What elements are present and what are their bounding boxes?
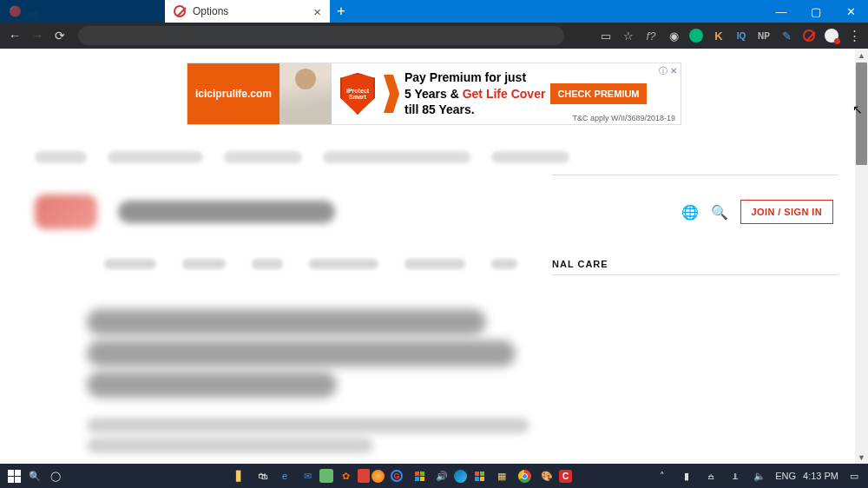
blurred-top-links (0, 151, 868, 163)
taskbar-app-explorer[interactable]: ▋ (229, 467, 250, 485)
ext-k-icon[interactable]: K (710, 27, 727, 44)
search-icon[interactable]: 🔍 (711, 204, 728, 221)
browser-tab-active[interactable]: Options × (165, 0, 330, 23)
site-logo-blurred (35, 195, 97, 229)
new-tab-button[interactable]: + (330, 0, 352, 23)
forward-button[interactable]: → (28, 26, 47, 45)
taskbar-app-orange1[interactable]: ✿ (335, 467, 356, 485)
system-tray: ˄ ▮ 🜁 ⫫ 🔈 ENG 4:13 PM ▭ (654, 467, 863, 485)
battery-icon[interactable]: ▮ (678, 467, 695, 485)
windows-taskbar: 🔍 ◯ ▋ 🛍 e ✉ ✿ G 🔊 ▦ 🎨 C ˄ ▮ 🜁 ⫫ 🔈 ENG 4:… (0, 464, 868, 488)
ext-pen-icon[interactable]: ✎ (778, 27, 795, 44)
divider-line (552, 274, 838, 275)
ext-fq-icon[interactable]: f? (642, 27, 660, 44)
taskbar-app-edge[interactable]: e (274, 467, 295, 485)
maximize-button[interactable]: ▢ (799, 0, 833, 23)
ad-person-image (279, 63, 332, 124)
window-controls: — ▢ ✕ (764, 0, 868, 23)
ext-block-icon[interactable] (800, 27, 818, 44)
clock[interactable]: 4:13 PM (803, 471, 838, 481)
tab-favicon-block-icon (174, 5, 186, 17)
wifi-icon[interactable]: ⫫ (727, 467, 744, 485)
reader-icon[interactable]: ▭ (597, 27, 615, 44)
page-content: ▲ ▼ ↖ ⓘ ✕ iciciprulife.com iProtectSmart… (0, 49, 868, 464)
taskbar-app-edge2[interactable] (454, 470, 467, 483)
taskbar-app-chrome[interactable] (514, 467, 535, 485)
taskbar-search-icon[interactable]: 🔍 (26, 467, 43, 485)
volume-tray-icon[interactable]: 🔈 (751, 467, 768, 485)
title-bar: 🔴 … Options × + — ▢ ✕ (0, 0, 868, 23)
tab-title: Options (193, 5, 228, 17)
header-actions: 🌐 🔍 JOIN / SIGN IN (681, 200, 833, 224)
ext-iq-icon[interactable]: IQ (733, 27, 750, 44)
taskbar-app-ms-grid2[interactable] (469, 467, 490, 485)
ad-tc-text: T&C apply W/II/3689/2018-19 (572, 114, 675, 122)
scrollbar-up-arrow[interactable]: ▲ (855, 49, 868, 62)
tab-title: … (29, 5, 39, 17)
taskbar-app-gchrome-alt[interactable]: G (386, 467, 407, 485)
ad-shield-badge: iProtectSmart (332, 73, 384, 115)
taskbar-app-firefox[interactable] (372, 470, 385, 483)
address-bar[interactable] (78, 26, 564, 45)
blurred-article (0, 309, 868, 453)
ad-info-close-icon[interactable]: ⓘ ✕ (659, 65, 677, 77)
taskbar-app-mail[interactable]: ✉ (297, 467, 318, 485)
tray-overflow-icon[interactable]: ˄ (654, 467, 671, 485)
ad-copy-text: Pay Premium for just 5 Years & Get Life … (399, 69, 550, 119)
tab-close-button[interactable]: × (313, 4, 321, 19)
extensions-area: ▭ ☆ f? ◉ K IQ NP ✎ ⋮ (597, 27, 863, 44)
ad-arrow-icon (384, 63, 399, 124)
nav-personal-care-partial[interactable]: NAL CARE (552, 259, 608, 269)
mouse-cursor-icon: ↖ (852, 102, 863, 116)
language-indicator[interactable]: ENG (775, 471, 796, 481)
taskbar-app-paint[interactable]: 🎨 (536, 467, 557, 485)
site-header: 🌐 🔍 JOIN / SIGN IN (0, 195, 868, 229)
tab-bar: 🔴 … Options × + (0, 0, 764, 23)
reload-button[interactable]: ⟳ (50, 26, 69, 45)
taskbar-app-store[interactable]: 🛍 (252, 467, 273, 485)
divider-line (552, 175, 838, 175)
blurred-category-nav: NAL CARE (0, 259, 868, 269)
bookmark-star-icon[interactable]: ☆ (620, 27, 637, 44)
ext-camera-icon[interactable]: ◉ (665, 27, 682, 44)
ad-brand-block: iciciprulife.com (187, 63, 279, 124)
ad-cta-button[interactable]: CHECK PREMIUM (550, 83, 646, 104)
taskbar-apps: ▋ 🛍 e ✉ ✿ G 🔊 ▦ 🎨 C (229, 467, 572, 485)
back-button[interactable]: ← (5, 26, 24, 45)
taskbar-app-notes[interactable]: ▦ (491, 467, 512, 485)
ad-banner[interactable]: ⓘ ✕ iciciprulife.com iProtectSmart Pay P… (187, 63, 681, 125)
notifications-icon[interactable]: ▭ (845, 467, 863, 485)
browser-tab-inactive[interactable]: 🔴 … (0, 0, 165, 23)
ext-np-icon[interactable]: NP (755, 27, 773, 44)
scrollbar-down-arrow[interactable]: ▼ (855, 451, 868, 464)
taskbar-app-green1[interactable] (319, 469, 333, 483)
taskbar-app-red1[interactable] (358, 469, 370, 483)
nav-bar: ← → ⟳ ▭ ☆ f? ◉ K IQ NP ✎ ⋮ (0, 23, 868, 49)
ext-grammarly-icon[interactable] (687, 27, 705, 44)
network-icon[interactable]: 🜁 (702, 467, 720, 485)
taskbar-app-ms-grid[interactable] (409, 467, 430, 485)
taskbar-app-ccleaner[interactable]: C (559, 470, 572, 483)
join-sign-in-button[interactable]: JOIN / SIGN IN (740, 200, 833, 224)
ext-profile-icon[interactable] (823, 27, 840, 44)
browser-menu-button[interactable]: ⋮ (845, 27, 863, 44)
minimize-button[interactable]: — (764, 0, 799, 23)
close-window-button[interactable]: ✕ (833, 0, 868, 23)
start-button[interactable] (5, 467, 23, 485)
language-icon[interactable]: 🌐 (681, 204, 699, 221)
site-title-blurred (118, 201, 335, 223)
tab-favicon: 🔴 (9, 5, 22, 17)
cortana-icon[interactable]: ◯ (47, 467, 64, 485)
taskbar-app-volume[interactable]: 🔊 (431, 467, 452, 485)
